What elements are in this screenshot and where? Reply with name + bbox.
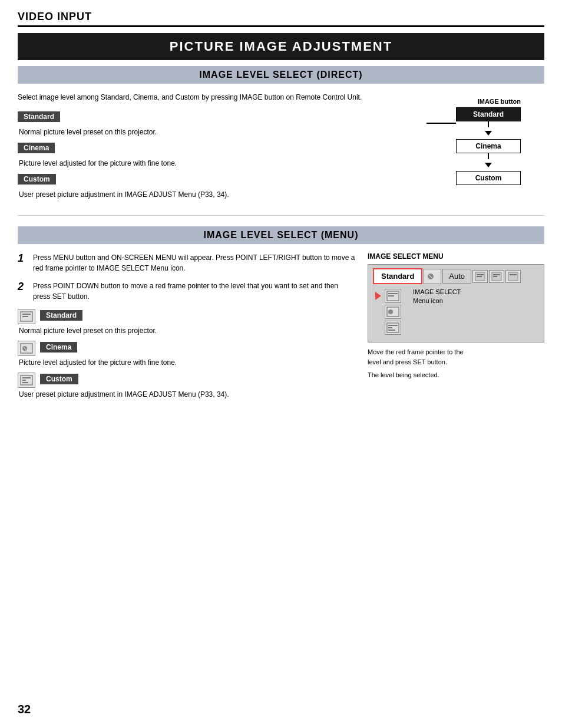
line1 — [488, 121, 489, 127]
step1-number: 1 — [18, 252, 27, 274]
section2: IMAGE LEVEL SELECT (MENU) 1 Press MENU b… — [18, 226, 544, 404]
menu-item-icon3 — [385, 321, 401, 335]
section2-right: IMAGE SELECT MENU Standard Auto — [368, 252, 544, 404]
section2-left: 1 Press MENU button and ON-SCREEN MENU w… — [18, 252, 356, 404]
page-number: 32 — [18, 703, 31, 716]
menu-cinema-row: Cinema — [18, 341, 356, 356]
step2: 2 Press POINT DOWN button to move a red … — [18, 281, 356, 302]
step1-text: Press MENU button and ON-SCREEN MENU wil… — [33, 252, 356, 274]
diagram-standard: Standard — [456, 107, 521, 121]
menu-left-icons — [373, 286, 404, 337]
arrow2 — [456, 159, 521, 171]
menu-cinema-icon — [18, 341, 35, 356]
step1: 1 Press MENU button and ON-SCREEN MENU w… — [18, 252, 356, 274]
section1-right: IMAGE button Standard Cinema Custom — [379, 92, 544, 205]
menu-item-icon1 — [385, 289, 401, 303]
diagram-custom: Custom — [456, 171, 521, 185]
section1-left: Select image level among Standard, Cinem… — [18, 92, 368, 205]
menu-body: IMAGE SELECTMenu icon — [371, 285, 541, 340]
section-divider — [18, 215, 544, 216]
main-title-banner: PICTURE IMAGE ADJUSTMENT — [18, 33, 544, 60]
standard-badge: Standard — [18, 111, 60, 122]
cinema-desc: Picture level adjusted for the picture w… — [19, 159, 368, 167]
menu-custom-badge: Custom — [40, 374, 78, 384]
line2 — [488, 153, 489, 159]
menu-icon2 — [472, 270, 488, 283]
cinema-badge: Cinema — [18, 143, 55, 153]
menu-standard-icon — [18, 309, 35, 324]
diagram-label: IMAGE button — [478, 98, 521, 105]
pointer-label: Move the red frame pointer to thelevel a… — [368, 348, 464, 365]
menu-left-row2 — [375, 305, 401, 319]
red-triangle — [375, 292, 381, 300]
step2-number: 2 — [18, 281, 27, 302]
menu-btn-auto: Auto — [442, 269, 471, 284]
menu-icon3 — [489, 270, 504, 283]
level-label: The level being selected. — [368, 371, 439, 378]
menu-left-row1 — [375, 289, 401, 303]
page-header-title: VIDEO INPUT — [18, 11, 92, 23]
custom-badge: Custom — [18, 174, 56, 185]
menu-custom-icon — [18, 373, 35, 388]
diagram-cinema: Cinema — [456, 139, 521, 153]
menu-icon4 — [505, 270, 521, 283]
svg-point-24 — [388, 309, 393, 314]
menu-standard-row: Standard — [18, 309, 356, 324]
menu-top-row: Standard Auto — [371, 267, 541, 285]
custom-desc: User preset picture adjustment in IMAGE … — [19, 190, 368, 199]
svg-rect-18 — [508, 272, 518, 281]
section1-content: Select image level among Standard, Cinem… — [18, 92, 544, 205]
section1-header: IMAGE LEVEL SELECT (DIRECT) — [18, 66, 544, 84]
menu-standard-desc: Normal picture level preset on this proj… — [19, 327, 356, 335]
menu-item-icon2 — [385, 305, 401, 319]
menu-left-row3 — [375, 321, 401, 335]
menu-cinema-desc: Picture level adjusted for the picture w… — [19, 358, 356, 367]
image-select-menu: Standard Auto — [368, 264, 544, 342]
pointer-annotation: Move the red frame pointer to thelevel a… — [368, 347, 544, 367]
section2-content: 1 Press MENU button and ON-SCREEN MENU w… — [18, 252, 544, 404]
custom-badge-row: Custom — [18, 173, 368, 187]
page-header: VIDEO INPUT — [18, 11, 544, 27]
menu-icon-label-text: IMAGE SELECTMenu icon — [413, 288, 461, 304]
menu-btn-standard: Standard — [373, 268, 422, 284]
level-annotation: The level being selected. — [368, 371, 544, 378]
menu-icon-placeholder — [424, 269, 441, 284]
arrow1 — [456, 127, 521, 139]
menu-cinema-badge: Cinema — [40, 342, 77, 353]
cinema-badge-row: Cinema — [18, 142, 368, 156]
section2-header: IMAGE LEVEL SELECT (MENU) — [18, 226, 544, 244]
page-container: VIDEO INPUT PICTURE IMAGE ADJUSTMENT IMA… — [0, 0, 562, 728]
annotation-area: IMAGE SELECTMenu icon — [413, 286, 461, 337]
menu-custom-desc: User preset picture adjustment in IMAGE … — [19, 390, 356, 398]
section1-intro: Select image level among Standard, Cinem… — [18, 92, 368, 103]
menu-title: IMAGE SELECT MENU — [368, 252, 544, 261]
menu-standard-badge: Standard — [40, 310, 82, 321]
standard-badge-row: Standard — [18, 111, 368, 124]
menu-custom-row: Custom — [18, 373, 356, 388]
step2-text: Press POINT DOWN button to move a red fr… — [33, 281, 356, 302]
menu-icon-annotation: IMAGE SELECTMenu icon — [413, 288, 461, 306]
section1: IMAGE LEVEL SELECT (DIRECT) Select image… — [18, 66, 544, 205]
standard-desc: Normal picture level preset on this proj… — [19, 128, 368, 136]
image-btn-diagram: IMAGE button Standard Cinema Custom — [379, 92, 544, 185]
